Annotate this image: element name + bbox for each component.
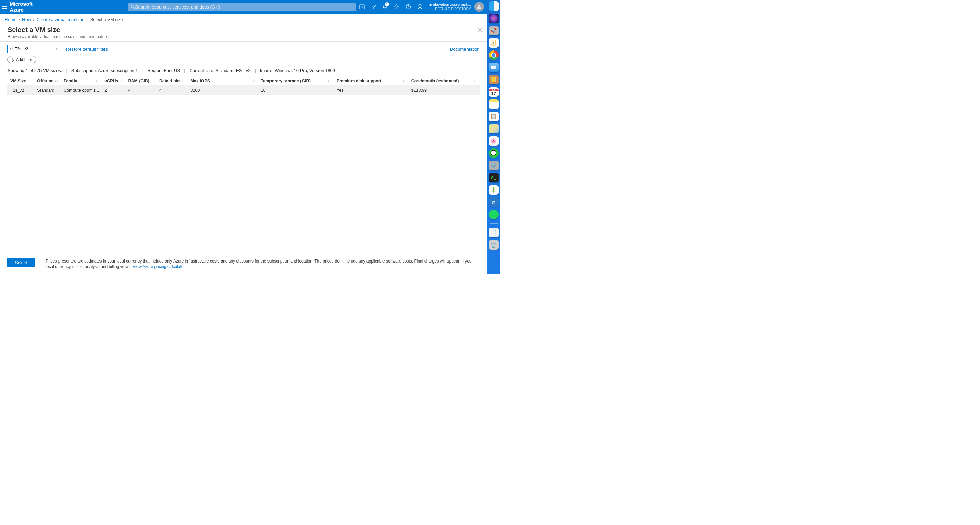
- terminal-icon[interactable]: $ _: [489, 173, 498, 182]
- image-label: Image: Windows 10 Pro, Version 1809: [260, 68, 335, 73]
- svg-rect-2: [2, 8, 8, 9]
- trash-icon[interactable]: 🗑️: [489, 240, 498, 250]
- result-count: Showing 1 of 275 VM sizes.: [8, 68, 62, 73]
- page-subtitle: Browse available virtual machine sizes a…: [8, 34, 480, 39]
- top-nav: Microsoft Azure 1: [0, 0, 487, 14]
- svg-point-3: [131, 5, 134, 8]
- sort-icon: ↑↓: [182, 79, 185, 83]
- select-button[interactable]: Select: [8, 259, 35, 267]
- vm-size-search[interactable]: ✕: [8, 45, 61, 53]
- avatar[interactable]: [474, 2, 484, 11]
- vm-size-search-input[interactable]: [14, 47, 54, 51]
- account-email: nyabuyabonvic@gmail....: [429, 2, 471, 7]
- table-row[interactable]: F2s_v2 Standard Compute optimiz... 2 4 4…: [8, 85, 480, 95]
- footer: Select Prices presented are estimates in…: [0, 254, 487, 274]
- maps-icon[interactable]: [489, 124, 498, 134]
- col-vm-size[interactable]: VM Size↑↓: [8, 77, 34, 85]
- chevron-right-icon: ›: [19, 17, 20, 22]
- col-data-disks[interactable]: Data disks↑↓: [156, 77, 188, 85]
- chevron-right-icon: ›: [86, 17, 88, 22]
- footer-text: Prices presented are estimates in your l…: [46, 259, 479, 269]
- contacts-icon[interactable]: 📒: [489, 75, 498, 85]
- feedback-icon[interactable]: [414, 0, 426, 14]
- safari-icon[interactable]: 🧭: [489, 38, 498, 48]
- help-icon[interactable]: [402, 0, 414, 14]
- notes-icon[interactable]: [489, 99, 498, 109]
- spotify-icon[interactable]: [489, 210, 498, 219]
- current-size-label: Current size: Standard_F2s_v2: [189, 68, 251, 73]
- add-filter-button[interactable]: Add filter: [8, 56, 37, 63]
- calendar-icon[interactable]: JUN 17: [489, 87, 498, 97]
- col-offering[interactable]: Offering↑↓: [34, 77, 61, 85]
- cell-max-iops: 3200: [188, 85, 258, 95]
- sort-icon: ↑↓: [27, 79, 30, 83]
- col-premium[interactable]: Premium disk support↑↓: [334, 77, 409, 85]
- cell-data-disks: 4: [156, 85, 188, 95]
- breadcrumb: Home › New › Create a virtual machine › …: [0, 14, 487, 26]
- col-ram[interactable]: RAM (GiB)↑↓: [125, 77, 156, 85]
- col-vcpus[interactable]: vCPUs↑↓: [102, 77, 125, 85]
- crumb-home[interactable]: Home: [5, 17, 17, 22]
- reminders-icon[interactable]: 📋: [489, 112, 498, 121]
- filters-row: ✕ Restore default filters Documentation: [0, 41, 487, 55]
- result-meta: Showing 1 of 275 VM sizes. | Subscriptio…: [0, 67, 487, 77]
- notifications-icon[interactable]: 1: [379, 0, 391, 14]
- col-temp-storage[interactable]: Temporary storage (GiB)↑↓: [258, 77, 334, 85]
- vscode-icon[interactable]: ⧉: [489, 198, 498, 207]
- global-search[interactable]: [127, 3, 356, 11]
- sort-icon: ↑↓: [328, 79, 331, 82]
- macos-dock: 🚀 🧭 ✉️ 📒 JUN 17 📋 🌸 💬 ⚙️ $ _ ✳️ ⧉ 📄 🗑️: [487, 0, 500, 274]
- svg-rect-0: [2, 5, 8, 5]
- col-cost[interactable]: Cost/month (estimated)↑↓: [409, 77, 480, 85]
- messages-icon[interactable]: 💬: [489, 148, 498, 158]
- svg-rect-5: [360, 5, 364, 9]
- global-search-input[interactable]: [135, 5, 353, 10]
- sort-icon: ↑↓: [119, 79, 123, 83]
- svg-point-11: [478, 5, 480, 7]
- sort-icon: ↑↓: [474, 79, 477, 82]
- mail-icon[interactable]: ✉️: [489, 63, 498, 72]
- col-max-iops[interactable]: Max IOPS↑↓: [188, 77, 258, 85]
- notifications-badge: 1: [385, 2, 389, 6]
- restore-default-filters-link[interactable]: Restore default filters: [66, 47, 108, 52]
- siri-icon[interactable]: [489, 14, 498, 23]
- vm-size-table: VM Size↑↓ Offering↑↓ Family↑↓ vCPUs↑↓ RA…: [8, 77, 480, 95]
- cell-family: Compute optimiz...: [61, 85, 102, 95]
- photos-icon[interactable]: 🌸: [489, 136, 498, 146]
- clear-search-icon[interactable]: ✕: [56, 47, 59, 51]
- documentation-link[interactable]: Documentation: [450, 47, 479, 52]
- close-button[interactable]: [478, 27, 482, 32]
- chrome-icon[interactable]: [489, 50, 498, 60]
- svg-point-6: [396, 6, 398, 8]
- slack-icon[interactable]: ✳️: [489, 185, 498, 195]
- svg-line-4: [134, 8, 135, 9]
- menu-button[interactable]: [0, 4, 10, 10]
- svg-point-9: [419, 6, 419, 6]
- col-family[interactable]: Family↑↓: [61, 77, 102, 85]
- svg-line-15: [12, 50, 13, 50]
- sort-icon: ↑↓: [95, 79, 99, 82]
- textedit-icon[interactable]: 📄: [489, 228, 498, 237]
- account-directory: DEFAULT DIRECTORY: [435, 7, 471, 11]
- dock-divider: [490, 223, 498, 224]
- sort-icon: ↑↓: [150, 79, 154, 83]
- pricing-calculator-link[interactable]: View Azure pricing calculator.: [133, 264, 186, 269]
- cell-ram: 4: [125, 85, 156, 95]
- system-preferences-icon[interactable]: ⚙️: [489, 161, 498, 170]
- cell-cost: $118.99: [409, 85, 480, 95]
- account-block[interactable]: nyabuyabonvic@gmail.... DEFAULT DIRECTOR…: [426, 2, 474, 11]
- finder-icon[interactable]: [489, 2, 498, 11]
- crumb-create-vm[interactable]: Create a virtual machine: [37, 17, 84, 22]
- chevron-right-icon: ›: [33, 17, 34, 22]
- launchpad-icon[interactable]: 🚀: [489, 26, 498, 35]
- directory-filter-icon[interactable]: [368, 0, 379, 14]
- brand-label[interactable]: Microsoft Azure: [10, 1, 43, 13]
- svg-rect-1: [2, 6, 8, 7]
- svg-point-8: [417, 5, 422, 9]
- cloud-shell-icon[interactable]: [356, 0, 368, 14]
- sort-icon: ↑↓: [402, 79, 406, 82]
- settings-icon[interactable]: [391, 0, 402, 14]
- crumb-current: Select a VM size: [90, 17, 123, 22]
- crumb-new[interactable]: New: [22, 17, 31, 22]
- cell-temp-storage: 16: [258, 85, 334, 95]
